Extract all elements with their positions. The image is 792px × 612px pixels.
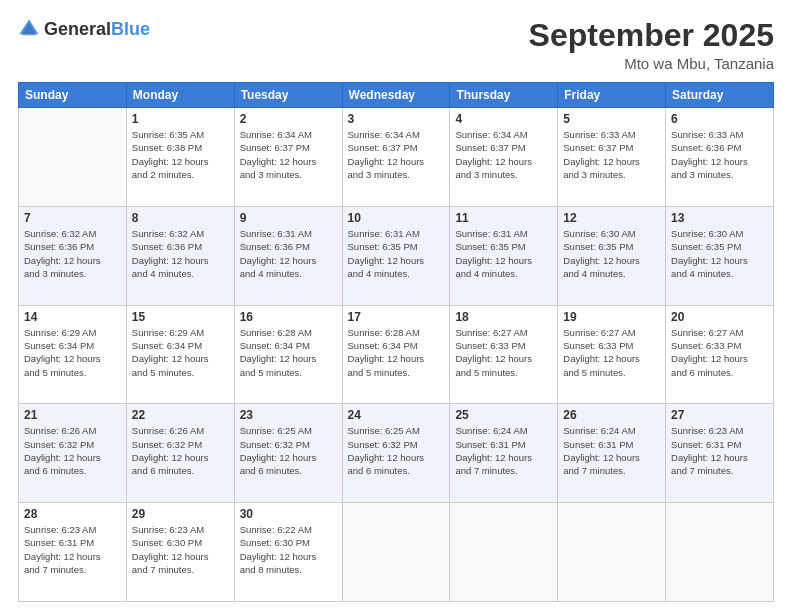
day-info: Sunrise: 6:28 AM Sunset: 6:34 PM Dayligh… bbox=[348, 326, 445, 379]
day-info: Sunrise: 6:33 AM Sunset: 6:37 PM Dayligh… bbox=[563, 128, 660, 181]
day-info: Sunrise: 6:31 AM Sunset: 6:35 PM Dayligh… bbox=[455, 227, 552, 280]
table-row: 4Sunrise: 6:34 AM Sunset: 6:37 PM Daylig… bbox=[450, 108, 558, 207]
day-number: 4 bbox=[455, 112, 552, 126]
calendar-week-1: 1Sunrise: 6:35 AM Sunset: 6:38 PM Daylig… bbox=[19, 108, 774, 207]
table-row: 25Sunrise: 6:24 AM Sunset: 6:31 PM Dayli… bbox=[450, 404, 558, 503]
day-info: Sunrise: 6:29 AM Sunset: 6:34 PM Dayligh… bbox=[24, 326, 121, 379]
table-row: 16Sunrise: 6:28 AM Sunset: 6:34 PM Dayli… bbox=[234, 305, 342, 404]
day-number: 11 bbox=[455, 211, 552, 225]
table-row: 22Sunrise: 6:26 AM Sunset: 6:32 PM Dayli… bbox=[126, 404, 234, 503]
day-info: Sunrise: 6:27 AM Sunset: 6:33 PM Dayligh… bbox=[455, 326, 552, 379]
table-row bbox=[450, 503, 558, 602]
table-row: 17Sunrise: 6:28 AM Sunset: 6:34 PM Dayli… bbox=[342, 305, 450, 404]
table-row: 27Sunrise: 6:23 AM Sunset: 6:31 PM Dayli… bbox=[666, 404, 774, 503]
day-number: 23 bbox=[240, 408, 337, 422]
table-row: 28Sunrise: 6:23 AM Sunset: 6:31 PM Dayli… bbox=[19, 503, 127, 602]
logo-general: General bbox=[44, 19, 111, 39]
day-info: Sunrise: 6:24 AM Sunset: 6:31 PM Dayligh… bbox=[455, 424, 552, 477]
col-saturday: Saturday bbox=[666, 83, 774, 108]
day-info: Sunrise: 6:26 AM Sunset: 6:32 PM Dayligh… bbox=[132, 424, 229, 477]
day-number: 12 bbox=[563, 211, 660, 225]
day-info: Sunrise: 6:26 AM Sunset: 6:32 PM Dayligh… bbox=[24, 424, 121, 477]
day-number: 20 bbox=[671, 310, 768, 324]
table-row: 23Sunrise: 6:25 AM Sunset: 6:32 PM Dayli… bbox=[234, 404, 342, 503]
table-row: 26Sunrise: 6:24 AM Sunset: 6:31 PM Dayli… bbox=[558, 404, 666, 503]
day-info: Sunrise: 6:27 AM Sunset: 6:33 PM Dayligh… bbox=[563, 326, 660, 379]
day-number: 3 bbox=[348, 112, 445, 126]
day-info: Sunrise: 6:34 AM Sunset: 6:37 PM Dayligh… bbox=[455, 128, 552, 181]
day-number: 16 bbox=[240, 310, 337, 324]
table-row: 11Sunrise: 6:31 AM Sunset: 6:35 PM Dayli… bbox=[450, 206, 558, 305]
table-row: 8Sunrise: 6:32 AM Sunset: 6:36 PM Daylig… bbox=[126, 206, 234, 305]
day-number: 13 bbox=[671, 211, 768, 225]
table-row: 29Sunrise: 6:23 AM Sunset: 6:30 PM Dayli… bbox=[126, 503, 234, 602]
day-info: Sunrise: 6:25 AM Sunset: 6:32 PM Dayligh… bbox=[348, 424, 445, 477]
day-info: Sunrise: 6:23 AM Sunset: 6:31 PM Dayligh… bbox=[671, 424, 768, 477]
day-number: 28 bbox=[24, 507, 121, 521]
day-info: Sunrise: 6:29 AM Sunset: 6:34 PM Dayligh… bbox=[132, 326, 229, 379]
day-number: 30 bbox=[240, 507, 337, 521]
col-friday: Friday bbox=[558, 83, 666, 108]
location: Mto wa Mbu, Tanzania bbox=[529, 55, 774, 72]
day-info: Sunrise: 6:22 AM Sunset: 6:30 PM Dayligh… bbox=[240, 523, 337, 576]
day-info: Sunrise: 6:24 AM Sunset: 6:31 PM Dayligh… bbox=[563, 424, 660, 477]
day-info: Sunrise: 6:30 AM Sunset: 6:35 PM Dayligh… bbox=[671, 227, 768, 280]
table-row: 7Sunrise: 6:32 AM Sunset: 6:36 PM Daylig… bbox=[19, 206, 127, 305]
table-row: 10Sunrise: 6:31 AM Sunset: 6:35 PM Dayli… bbox=[342, 206, 450, 305]
col-sunday: Sunday bbox=[19, 83, 127, 108]
logo-icon bbox=[18, 18, 40, 40]
table-row: 3Sunrise: 6:34 AM Sunset: 6:37 PM Daylig… bbox=[342, 108, 450, 207]
table-row bbox=[666, 503, 774, 602]
month-title: September 2025 bbox=[529, 18, 774, 53]
day-number: 21 bbox=[24, 408, 121, 422]
table-row bbox=[342, 503, 450, 602]
day-number: 9 bbox=[240, 211, 337, 225]
table-row: 1Sunrise: 6:35 AM Sunset: 6:38 PM Daylig… bbox=[126, 108, 234, 207]
day-info: Sunrise: 6:35 AM Sunset: 6:38 PM Dayligh… bbox=[132, 128, 229, 181]
day-number: 8 bbox=[132, 211, 229, 225]
day-number: 27 bbox=[671, 408, 768, 422]
table-row: 9Sunrise: 6:31 AM Sunset: 6:36 PM Daylig… bbox=[234, 206, 342, 305]
table-row: 30Sunrise: 6:22 AM Sunset: 6:30 PM Dayli… bbox=[234, 503, 342, 602]
day-number: 7 bbox=[24, 211, 121, 225]
day-number: 1 bbox=[132, 112, 229, 126]
day-info: Sunrise: 6:34 AM Sunset: 6:37 PM Dayligh… bbox=[240, 128, 337, 181]
table-row bbox=[558, 503, 666, 602]
day-number: 24 bbox=[348, 408, 445, 422]
calendar-week-5: 28Sunrise: 6:23 AM Sunset: 6:31 PM Dayli… bbox=[19, 503, 774, 602]
table-row: 6Sunrise: 6:33 AM Sunset: 6:36 PM Daylig… bbox=[666, 108, 774, 207]
day-number: 22 bbox=[132, 408, 229, 422]
day-info: Sunrise: 6:30 AM Sunset: 6:35 PM Dayligh… bbox=[563, 227, 660, 280]
day-number: 17 bbox=[348, 310, 445, 324]
day-number: 2 bbox=[240, 112, 337, 126]
day-info: Sunrise: 6:28 AM Sunset: 6:34 PM Dayligh… bbox=[240, 326, 337, 379]
day-number: 26 bbox=[563, 408, 660, 422]
table-row: 20Sunrise: 6:27 AM Sunset: 6:33 PM Dayli… bbox=[666, 305, 774, 404]
col-wednesday: Wednesday bbox=[342, 83, 450, 108]
day-number: 18 bbox=[455, 310, 552, 324]
logo-text: GeneralBlue bbox=[44, 19, 150, 40]
table-row: 13Sunrise: 6:30 AM Sunset: 6:35 PM Dayli… bbox=[666, 206, 774, 305]
col-monday: Monday bbox=[126, 83, 234, 108]
day-number: 19 bbox=[563, 310, 660, 324]
table-row: 15Sunrise: 6:29 AM Sunset: 6:34 PM Dayli… bbox=[126, 305, 234, 404]
calendar-week-3: 14Sunrise: 6:29 AM Sunset: 6:34 PM Dayli… bbox=[19, 305, 774, 404]
calendar-week-2: 7Sunrise: 6:32 AM Sunset: 6:36 PM Daylig… bbox=[19, 206, 774, 305]
table-row: 18Sunrise: 6:27 AM Sunset: 6:33 PM Dayli… bbox=[450, 305, 558, 404]
day-number: 6 bbox=[671, 112, 768, 126]
day-info: Sunrise: 6:34 AM Sunset: 6:37 PM Dayligh… bbox=[348, 128, 445, 181]
table-row: 2Sunrise: 6:34 AM Sunset: 6:37 PM Daylig… bbox=[234, 108, 342, 207]
day-info: Sunrise: 6:31 AM Sunset: 6:35 PM Dayligh… bbox=[348, 227, 445, 280]
day-number: 25 bbox=[455, 408, 552, 422]
table-row bbox=[19, 108, 127, 207]
day-number: 15 bbox=[132, 310, 229, 324]
header: GeneralBlue September 2025 Mto wa Mbu, T… bbox=[18, 18, 774, 72]
title-area: September 2025 Mto wa Mbu, Tanzania bbox=[529, 18, 774, 72]
calendar-week-4: 21Sunrise: 6:26 AM Sunset: 6:32 PM Dayli… bbox=[19, 404, 774, 503]
day-info: Sunrise: 6:33 AM Sunset: 6:36 PM Dayligh… bbox=[671, 128, 768, 181]
col-thursday: Thursday bbox=[450, 83, 558, 108]
day-number: 14 bbox=[24, 310, 121, 324]
logo: GeneralBlue bbox=[18, 18, 150, 40]
table-row: 12Sunrise: 6:30 AM Sunset: 6:35 PM Dayli… bbox=[558, 206, 666, 305]
table-row: 24Sunrise: 6:25 AM Sunset: 6:32 PM Dayli… bbox=[342, 404, 450, 503]
